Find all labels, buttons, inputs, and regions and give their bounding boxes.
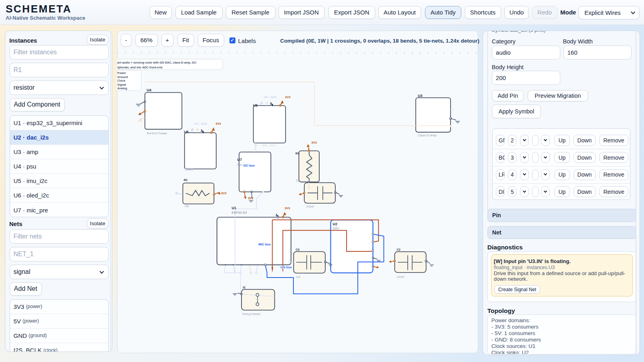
svg-text:I2C_SDA: I2C_SDA xyxy=(194,122,207,125)
svg-text:I2S bus: I2S bus xyxy=(281,265,292,269)
svg-text:J1: J1 xyxy=(242,286,246,289)
svg-text:Clock: Clock xyxy=(118,79,126,82)
svg-text:3V3: 3V3 xyxy=(285,95,290,99)
svg-text:OLED: OLED xyxy=(185,168,194,171)
svg-text:MIC bus: MIC bus xyxy=(258,243,271,246)
svg-text:MIC_ADC: MIC_ADC xyxy=(262,144,277,147)
svg-text:C3: C3 xyxy=(296,248,299,251)
svg-text:100nF: 100nF xyxy=(306,205,314,208)
svg-text:U2: U2 xyxy=(333,222,338,226)
svg-text:U6: U6 xyxy=(184,130,189,134)
svg-text:Smart audio + sensing node wit: Smart audio + sensing node with I2S DAC,… xyxy=(117,61,197,64)
svg-text:3V3: 3V3 xyxy=(221,191,226,195)
svg-text:100nF: 100nF xyxy=(397,276,405,278)
svg-text:3V3: 3V3 xyxy=(248,196,253,200)
svg-text:Power: Power xyxy=(118,71,126,75)
svg-text:U5: U5 xyxy=(253,103,258,107)
svg-text:3V3: 3V3 xyxy=(216,122,221,125)
svg-text:3V3: 3V3 xyxy=(312,141,317,144)
svg-text:I2C_SDA: I2C_SDA xyxy=(264,95,277,99)
svg-text:Ground: Ground xyxy=(118,75,128,79)
svg-text:10k: 10k xyxy=(184,205,189,208)
svg-text:Analog: Analog xyxy=(118,86,127,90)
svg-text:R1: R1 xyxy=(295,152,299,155)
svg-text:10k: 10k xyxy=(296,179,301,182)
svg-text:U4: U4 xyxy=(147,88,152,92)
svg-text:3V3: 3V3 xyxy=(285,206,290,210)
svg-text:5V/3V3 Power: 5V/3V3 Power xyxy=(147,132,167,135)
svg-text:I2C bus: I2C bus xyxy=(244,164,255,167)
svg-text:U7: U7 xyxy=(237,158,242,162)
svg-text:U3: U3 xyxy=(418,94,423,98)
svg-text:R2: R2 xyxy=(184,178,188,182)
svg-text:Class-D Amp: Class-D Amp xyxy=(418,134,437,137)
svg-text:Debug Header: Debug Header xyxy=(242,313,261,316)
svg-text:peripherals, and mic ADC front: peripherals, and mic ADC front-end. xyxy=(117,66,163,69)
svg-text:C2: C2 xyxy=(397,248,400,251)
svg-text:IMU: IMU xyxy=(254,141,260,145)
svg-text:1uF: 1uF xyxy=(296,276,301,278)
svg-text:DAC: DAC xyxy=(333,226,340,230)
svg-text:U1: U1 xyxy=(232,206,237,210)
svg-text:ESP32-S3: ESP32-S3 xyxy=(232,211,247,214)
svg-text:Signal: Signal xyxy=(118,83,126,86)
